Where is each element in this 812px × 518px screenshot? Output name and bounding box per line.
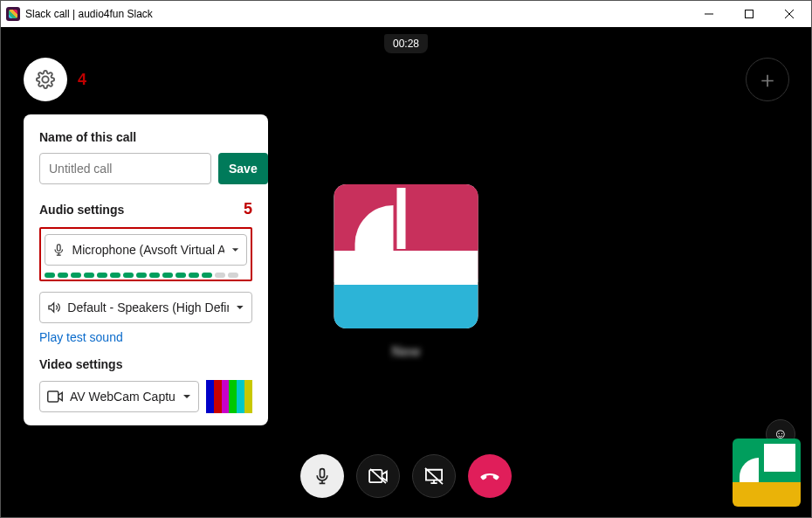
- self-preview[interactable]: [733, 439, 801, 507]
- level-segment: [215, 273, 225, 278]
- window-controls: [689, 1, 809, 27]
- color-bar: [214, 380, 222, 413]
- level-segment: [110, 273, 120, 278]
- participant-tile: New: [334, 184, 478, 360]
- level-segment: [228, 273, 238, 278]
- level-segment: [123, 273, 134, 278]
- add-participant-button[interactable]: ＋: [746, 58, 789, 101]
- level-segment: [175, 273, 186, 278]
- camera-off-icon: [368, 468, 388, 484]
- level-segment: [189, 273, 199, 278]
- svg-rect-1: [746, 10, 754, 18]
- callout-5: 5: [244, 200, 252, 218]
- call-name-input[interactable]: [39, 153, 211, 184]
- settings-button[interactable]: [24, 58, 67, 101]
- chevron-down-icon: [231, 245, 239, 254]
- app-icon: [6, 7, 20, 21]
- level-segment: [45, 273, 55, 278]
- color-bar: [229, 380, 237, 413]
- window-title: Slack call | audio4fun Slack: [25, 8, 689, 20]
- camera-select[interactable]: AV WebCam Captu: [39, 381, 199, 412]
- color-bar: [237, 380, 244, 413]
- maximize-button[interactable]: [729, 1, 769, 27]
- color-bar: [244, 380, 252, 413]
- end-call-button[interactable]: [468, 454, 512, 498]
- camera-icon: [47, 390, 63, 403]
- mic-level-meter: [45, 273, 247, 278]
- screenshare-off-icon: [424, 467, 444, 485]
- speaker-value: Default - Speakers (High Defini: [67, 300, 229, 314]
- call-name-label: Name of this call: [39, 130, 252, 144]
- speaker-icon: [47, 300, 60, 314]
- gear-icon: [36, 70, 55, 89]
- chevron-down-icon: [236, 303, 244, 312]
- color-bar: [222, 380, 230, 413]
- speaker-select[interactable]: Default - Speakers (High Defini: [39, 292, 252, 323]
- screenshare-button[interactable]: [412, 454, 456, 498]
- level-segment: [84, 273, 94, 278]
- mute-button[interactable]: [300, 454, 344, 498]
- mic-highlight: Microphone (Avsoft Virtual Aud: [39, 227, 252, 281]
- hangup-icon: [479, 466, 500, 487]
- microphone-icon: [313, 467, 331, 485]
- plus-icon: ＋: [756, 65, 779, 95]
- level-segment: [202, 273, 212, 278]
- audio-settings-text: Audio settings: [39, 203, 124, 217]
- call-timer: 00:28: [384, 34, 428, 53]
- level-segment: [162, 273, 173, 278]
- microphone-icon: [52, 243, 65, 257]
- level-segment: [71, 273, 81, 278]
- level-segment: [136, 273, 147, 278]
- participant-name: New: [334, 344, 478, 360]
- participant-avatar: [334, 184, 478, 328]
- close-button[interactable]: [769, 1, 809, 27]
- video-settings-label: Video settings: [39, 357, 252, 371]
- level-segment: [149, 273, 160, 278]
- call-controls: [300, 454, 512, 498]
- call-area: 00:28 4 ＋ Name of this call Save Audio s…: [1, 27, 811, 517]
- color-bar: [206, 380, 214, 413]
- microphone-select[interactable]: Microphone (Avsoft Virtual Aud: [45, 234, 247, 266]
- play-test-sound-link[interactable]: Play test sound: [39, 330, 123, 344]
- camera-value: AV WebCam Captu: [70, 390, 175, 404]
- microphone-value: Microphone (Avsoft Virtual Aud: [72, 243, 224, 257]
- callout-4: 4: [78, 71, 86, 89]
- save-button[interactable]: Save: [218, 153, 268, 184]
- audio-settings-label: Audio settings 5: [39, 200, 252, 218]
- settings-panel: Name of this call Save Audio settings 5 …: [24, 114, 268, 425]
- minimize-button[interactable]: [689, 1, 729, 27]
- window-titlebar: Slack call | audio4fun Slack: [1, 1, 811, 27]
- level-segment: [97, 273, 107, 278]
- camera-preview: [206, 380, 252, 413]
- chevron-down-icon: [182, 392, 191, 401]
- camera-button[interactable]: [356, 454, 400, 498]
- level-segment: [58, 273, 68, 278]
